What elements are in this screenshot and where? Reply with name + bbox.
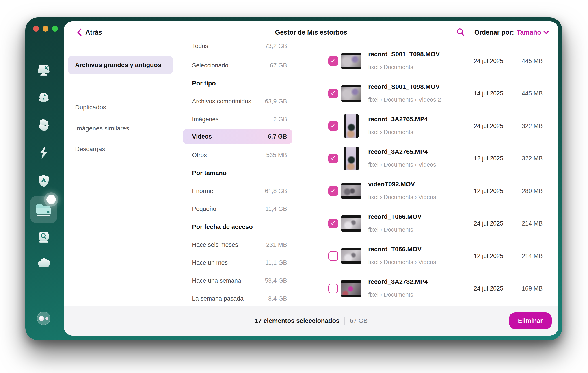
file-date: 12 jul 2025: [462, 175, 515, 207]
file-name: record_3A2732.MP4: [368, 278, 428, 285]
file-date: 24 jul 2025: [462, 207, 515, 240]
sort-dropdown[interactable]: Tamaño: [517, 29, 549, 36]
section-por-fecha: Por fecha de acceso: [183, 219, 293, 234]
video-thumbnail: [341, 53, 361, 69]
chevron-down-icon: [543, 30, 549, 34]
file-size: 169 MB: [510, 272, 555, 305]
app-dock: [25, 18, 64, 340]
file-row[interactable]: ✓ record_3A2765.MP4 fixel › Documents › …: [298, 142, 558, 175]
sidebar-item-archivos-grandes[interactable]: Archivos grandes y antiguos: [68, 56, 173, 74]
assistant-bubble-icon[interactable]: [37, 312, 50, 325]
file-path: fixel › Documents › Videos 2: [368, 96, 441, 103]
category-otros[interactable]: Otros535 MB: [183, 148, 293, 162]
category-videos[interactable]: Vídeos6,7 GB: [183, 129, 293, 144]
category-hace-una-semana[interactable]: Hace una semana53,4 GB: [183, 273, 293, 288]
video-thumbnail: [344, 114, 358, 138]
category-enorme[interactable]: Enorme61,8 GB: [183, 184, 293, 198]
sidebar-item-label: Imágenes similares: [75, 125, 129, 132]
file-checkbox[interactable]: ✓: [328, 219, 338, 228]
file-checkbox[interactable]: ✓: [328, 154, 338, 163]
file-checkbox[interactable]: ✓: [328, 121, 338, 131]
video-thumbnail: [341, 280, 361, 297]
checkmark-icon: ✓: [330, 122, 336, 129]
sort-label: Ordenar por:: [474, 29, 514, 36]
file-row[interactable]: ✓ videoT092.MOV fixel › Documents › Vide…: [298, 175, 558, 207]
category-pequeno[interactable]: Pequeño11,4 GB: [183, 202, 293, 216]
checkmark-icon: ✓: [330, 187, 336, 194]
file-name: record_3A2765.MP4: [368, 116, 428, 123]
search-button[interactable]: [455, 27, 466, 37]
file-checkbox[interactable]: ✓: [328, 251, 338, 261]
file-row[interactable]: ✓ record_S001_T098.MOV fixel › Documents…: [298, 77, 558, 110]
file-checkbox[interactable]: ✓: [328, 56, 338, 66]
scanner-desk-icon[interactable]: [37, 64, 51, 77]
file-checkbox[interactable]: ✓: [328, 284, 338, 293]
bubble-dot-small: [45, 317, 48, 320]
search-icon: [456, 28, 465, 37]
category-la-semana-pasada[interactable]: La semana pasada8,4 GB: [183, 291, 293, 306]
file-path: fixel › Documents: [368, 64, 413, 71]
category-seleccionado[interactable]: Seleccionado67 GB: [183, 58, 293, 73]
file-date: 24 jul 2025: [462, 45, 515, 77]
checkmark-icon: ✓: [330, 155, 336, 162]
sidebar-nav: Archivos grandes y antiguos Duplicados I…: [64, 43, 173, 306]
hand-icon[interactable]: [37, 119, 50, 133]
file-row[interactable]: ✓ record_3A2732.MP4 fixel › Documents 24…: [298, 272, 558, 305]
category-hace-seis-meses[interactable]: Hace seis meses231 MB: [183, 237, 293, 252]
main-panel: Atrás Gestor de Mis estorbos Ordenar por…: [64, 21, 558, 336]
notification-dot: [46, 195, 56, 204]
file-name: record_S001_T098.MOV: [368, 83, 440, 90]
header: Atrás Gestor de Mis estorbos Ordenar por…: [64, 21, 558, 43]
sphere-icon[interactable]: [37, 92, 50, 104]
categories-list: Todos73,2 GB Seleccionado67 GB Por tipo …: [173, 43, 298, 306]
file-row[interactable]: ✓ record_T066.MOV fixel › Documents 24 j…: [298, 207, 558, 240]
file-size: 214 MB: [510, 240, 555, 272]
sidebar-item-imagenes-similares[interactable]: Imágenes similares: [68, 119, 173, 138]
file-name: videoT092.MOV: [368, 181, 415, 188]
section-por-tamano: Por tamaño: [183, 166, 293, 181]
file-size: 322 MB: [510, 142, 555, 175]
sidebar-item-label: Archivos grandes y antiguos: [75, 61, 161, 69]
selection-footer: 17 elementos seleccionados 67 GB Elimina…: [64, 306, 558, 336]
shield-tent-icon[interactable]: [38, 174, 50, 188]
checkmark-icon: ✓: [330, 90, 336, 97]
file-checkbox[interactable]: ✓: [328, 186, 338, 196]
sidebar-item-duplicados[interactable]: Duplicados: [68, 98, 173, 116]
sort-control: Ordenar por: Tamaño: [474, 21, 549, 43]
video-thumbnail: [341, 215, 361, 232]
file-path: fixel › Documents › Videos: [368, 161, 436, 168]
file-path: fixel › Documents: [368, 226, 413, 233]
category-imagenes[interactable]: Imágenes2 GB: [183, 112, 293, 127]
video-thumbnail: [344, 147, 358, 170]
folder-icon: [36, 202, 52, 218]
footer-separator: [344, 317, 345, 325]
file-checkbox[interactable]: ✓: [328, 88, 338, 98]
lens-icon[interactable]: [38, 231, 50, 243]
file-size: 445 MB: [510, 77, 555, 110]
selected-size: 67 GB: [350, 317, 368, 324]
delete-button[interactable]: Eliminar: [509, 312, 552, 329]
video-thumbnail: [341, 248, 361, 264]
checkmark-icon: ✓: [330, 220, 336, 227]
file-size: 445 MB: [510, 45, 555, 77]
sort-value: Tamaño: [517, 29, 541, 36]
lightning-icon[interactable]: [38, 146, 49, 160]
file-row[interactable]: ✓ record_T066.MOV fixel › Documents › Vi…: [298, 240, 558, 272]
file-path: fixel › Documents › Videos: [368, 259, 436, 266]
section-por-tipo: Por tipo: [183, 76, 293, 91]
file-row[interactable]: ✓ record_3A2765.MP4 fixel › Documents 24…: [298, 110, 558, 142]
file-row[interactable]: ✓ record_S001_T098.MOV fixel › Documents…: [298, 45, 558, 77]
category-todos[interactable]: Todos73,2 GB: [183, 43, 293, 53]
file-size: 322 MB: [510, 110, 555, 142]
selection-summary: 17 elementos seleccionados 67 GB: [255, 317, 368, 325]
file-name: record_3A2765.MP4: [368, 148, 428, 155]
file-path: fixel › Documents: [368, 291, 413, 298]
file-date: 24 jul 2025: [462, 272, 515, 305]
category-hace-un-mes[interactable]: Hace un mes11,1 GB: [183, 255, 293, 270]
file-path: fixel › Documents: [368, 129, 413, 136]
category-archivos-comprimidos[interactable]: Archivos comprimidos63,9 GB: [183, 94, 293, 109]
app-window: Atrás Gestor de Mis estorbos Ordenar por…: [25, 18, 562, 340]
file-date: 12 jul 2025: [462, 142, 515, 175]
sidebar-item-descargas[interactable]: Descargas: [68, 140, 173, 158]
cloud-icon[interactable]: [37, 258, 50, 268]
